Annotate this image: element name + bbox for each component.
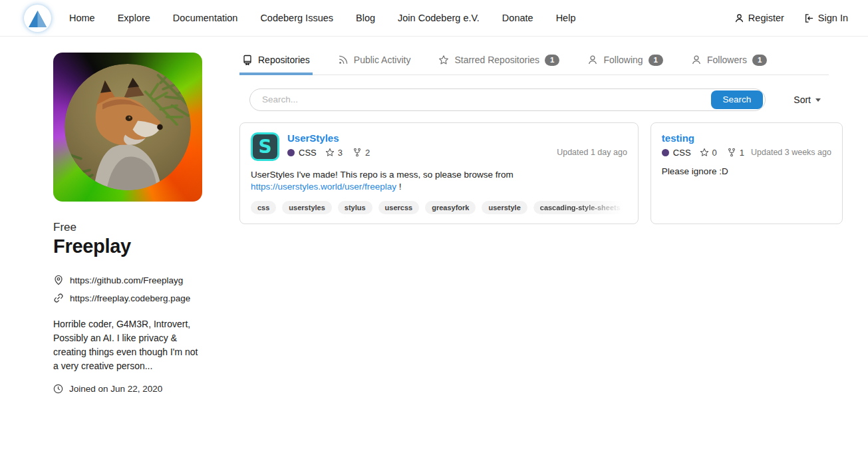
top-navbar: Home Explore Documentation Codeberg Issu… <box>0 0 868 37</box>
person-icon <box>691 55 702 65</box>
fork-count: 1 <box>740 148 744 158</box>
topic-tag[interactable]: greasyfork <box>425 201 476 214</box>
nav-item-blog[interactable]: Blog <box>356 13 375 23</box>
star-count: 3 <box>338 148 343 158</box>
tab-followers[interactable]: Followers 1 <box>688 48 770 75</box>
search-input[interactable] <box>250 89 711 110</box>
register-label: Register <box>748 13 784 23</box>
fork-count: 2 <box>365 148 370 158</box>
starred-count-badge: 1 <box>545 55 559 66</box>
repo-card-testing: testing CSS 0 1 <box>651 122 843 224</box>
tab-starred-repositories[interactable]: Starred Repositories 1 <box>436 48 562 75</box>
nav-auth-area: Register Sign In <box>734 13 848 23</box>
repo-list: S UserStyles CSS 3 <box>239 122 829 224</box>
profile-bio: Horrible coder, G4M3R, Introvert, Possib… <box>53 317 202 373</box>
fork-icon <box>727 148 736 157</box>
star-count: 0 <box>712 148 717 158</box>
profile-website-row: https://freeplay.codeberg.page <box>53 293 202 303</box>
topic-tag[interactable]: css <box>251 201 276 214</box>
repo-updated: Updated 3 weeks ago <box>744 148 831 157</box>
repo-title-link[interactable]: testing <box>662 132 694 144</box>
tab-label: Starred Repositories <box>454 55 539 65</box>
topic-tag[interactable]: userstyle <box>482 201 527 214</box>
repo-description-text: UserStyles I've made! This repo is a mes… <box>251 170 513 180</box>
tab-public-activity[interactable]: Public Activity <box>335 48 414 75</box>
tab-label: Following <box>603 55 643 65</box>
profile-meta: https://github.com/Freeplayg https://fre… <box>53 275 202 303</box>
sign-in-button[interactable]: Sign In <box>804 13 848 23</box>
clock-icon <box>53 384 63 394</box>
tab-following[interactable]: Following 1 <box>585 48 666 75</box>
nav-item-documentation[interactable]: Documentation <box>173 13 238 23</box>
repo-description-suffix: ! <box>396 182 402 192</box>
repo-language: CSS <box>299 148 317 158</box>
profile-location[interactable]: https://github.com/Freeplayg <box>70 275 183 285</box>
nav-item-codeberg-issues[interactable]: Codeberg Issues <box>260 13 333 23</box>
tab-label: Followers <box>707 55 747 65</box>
sign-in-icon <box>804 13 814 23</box>
language-color-dot <box>662 149 669 156</box>
tab-label: Repositories <box>258 55 310 65</box>
profile-website[interactable]: https://freeplay.codeberg.page <box>70 293 190 303</box>
nav-item-join-codeberg[interactable]: Join Codeberg e.V. <box>398 13 480 23</box>
repo-updated: Updated 1 day ago <box>550 148 627 157</box>
repo-meta-line: CSS 0 1 Updated 3 weeks ago <box>662 148 831 158</box>
nav-item-explore[interactable]: Explore <box>118 13 150 23</box>
repo-card-header: testing CSS 0 1 <box>662 132 831 158</box>
fork-icon <box>353 148 362 157</box>
sort-label: Sort <box>794 94 811 105</box>
chevron-down-icon <box>815 98 821 102</box>
tab-repositories[interactable]: Repositories <box>239 48 313 75</box>
nav-item-home[interactable]: Home <box>69 13 95 23</box>
followers-count-badge: 1 <box>752 55 767 66</box>
nav-item-donate[interactable]: Donate <box>502 13 533 23</box>
repo-description: Please ignore :D <box>662 166 831 178</box>
repo-language: CSS <box>673 148 691 158</box>
profile-joined-row: Joined on Jun 22, 2020 <box>53 384 202 394</box>
repo-icon <box>242 55 253 65</box>
topic-tag[interactable]: usercss <box>378 201 420 214</box>
profile-display-name: Freeplay <box>53 235 202 257</box>
repo-card-userstyles: S UserStyles CSS 3 <box>239 122 639 224</box>
sort-dropdown[interactable]: Sort <box>794 94 821 105</box>
profile-username: Free <box>53 221 202 234</box>
topic-tag[interactable]: userstyles <box>282 201 331 214</box>
repo-head-main: testing CSS 0 1 <box>662 132 831 158</box>
location-pin-icon <box>53 275 64 285</box>
search-group: Search <box>249 88 766 111</box>
repo-avatar[interactable]: S <box>251 132 279 161</box>
main-column: Repositories Public Activity Starred Rep… <box>239 48 829 224</box>
repo-title-link[interactable]: UserStyles <box>287 132 339 144</box>
nav-links: Home Explore Documentation Codeberg Issu… <box>69 13 575 23</box>
fox-photo <box>65 64 191 190</box>
topic-tag-truncated[interactable]: cascading-style-sheets <box>533 201 627 214</box>
link-icon <box>53 293 64 303</box>
profile-sidebar: Free Freeplay https://github.com/Freepla… <box>53 53 202 394</box>
profile-tabs: Repositories Public Activity Starred Rep… <box>239 48 829 75</box>
topic-tag[interactable]: stylus <box>338 201 372 214</box>
star-icon <box>438 55 449 65</box>
register-button[interactable]: Register <box>734 13 784 23</box>
person-icon <box>587 55 598 65</box>
repo-search-row: Search Sort <box>239 88 829 111</box>
following-count-badge: 1 <box>649 55 663 66</box>
nav-item-help[interactable]: Help <box>556 13 576 23</box>
description-link[interactable]: https://userstyles.world/user/freeplay <box>251 182 396 192</box>
profile-avatar[interactable] <box>53 53 202 202</box>
star-icon <box>700 148 709 157</box>
language-color-dot <box>287 149 295 156</box>
sign-in-label: Sign In <box>818 13 848 23</box>
repo-topics: css userstyles stylus usercss greasyfork… <box>251 201 627 214</box>
search-button[interactable]: Search <box>711 90 764 109</box>
star-icon <box>325 148 335 157</box>
codeberg-logo[interactable] <box>24 5 51 32</box>
rss-icon <box>338 55 349 65</box>
repo-card-header: S UserStyles CSS 3 <box>251 132 627 161</box>
profile-location-row: https://github.com/Freeplayg <box>53 275 202 285</box>
repo-head-main: UserStyles CSS 3 2 <box>287 132 627 158</box>
tab-label: Public Activity <box>354 55 411 65</box>
page-content: Free Freeplay https://github.com/Freepla… <box>0 37 868 394</box>
repo-description: UserStyles I've made! This repo is a mes… <box>251 169 627 193</box>
person-icon <box>734 13 744 23</box>
repo-meta-line: CSS 3 2 Updated 1 day ago <box>287 148 627 158</box>
